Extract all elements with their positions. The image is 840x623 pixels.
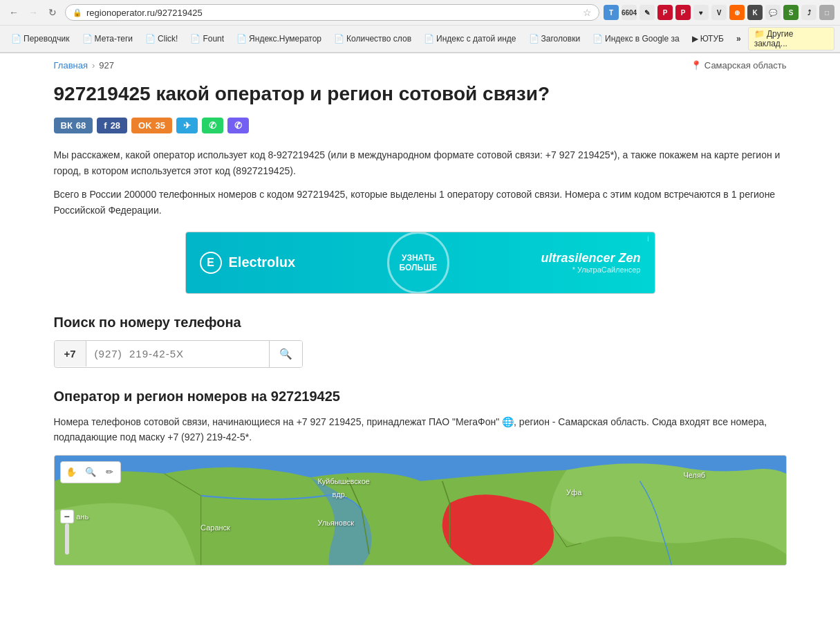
social-buttons-container: ВК 68 f 28 OK 35 ✈ ✆ ✆ bbox=[54, 118, 787, 133]
bookmark-wordcount[interactable]: 📄 Количество слов bbox=[328, 32, 417, 45]
bookmark-label: Количество слов bbox=[346, 34, 411, 44]
bookmarks-bar: 📄 Переводчик 📄 Мета-теги 📄 Click! 📄 Foun… bbox=[0, 26, 840, 53]
ok-icon: OK bbox=[138, 120, 152, 131]
breadcrumb-region: 📍 Самарская область bbox=[691, 60, 787, 71]
location-pin-icon: 📍 bbox=[691, 60, 702, 71]
bookmark-youtube[interactable]: ▶ ЮТУБ bbox=[687, 32, 729, 45]
page-title: 927219425 какой оператор и регион сотово… bbox=[54, 82, 787, 106]
fb-icon: f bbox=[104, 120, 106, 131]
url-text: regionoperator.ru/927219425 bbox=[86, 8, 579, 18]
browser-action-buttons: T 6604 ✎ P Р ♥ V ⊕ K 💬 S ⤴ □ bbox=[604, 5, 834, 20]
reload-button[interactable]: ↻ bbox=[44, 4, 61, 21]
ext-p2[interactable]: Р bbox=[675, 5, 691, 20]
bookmark-click[interactable]: 📄 Click! bbox=[140, 32, 183, 45]
bookmark-google-index[interactable]: 📄 Индекс в Google за bbox=[587, 32, 685, 45]
ext-last[interactable]: ⊕ bbox=[729, 5, 745, 20]
bookmark-icon: 📄 bbox=[334, 34, 344, 44]
bookmark-headers[interactable]: 📄 Заголовки bbox=[523, 32, 586, 45]
phone-search-input[interactable] bbox=[86, 341, 269, 366]
ad-brand-name: Electrolux bbox=[229, 254, 296, 270]
bookmark-icon: 📄 bbox=[592, 34, 603, 44]
nav-buttons: ← → ↻ bbox=[6, 4, 61, 21]
ok-count: 35 bbox=[156, 120, 165, 131]
bookmark-label: Заголовки bbox=[541, 34, 581, 44]
ad-logo: E Electrolux bbox=[200, 252, 296, 274]
bookmark-more-button[interactable]: » bbox=[731, 32, 747, 45]
social-tg-button[interactable]: ✈ bbox=[176, 118, 198, 133]
search-section-title: Поиск по номеру телефона bbox=[54, 315, 787, 331]
social-ok-button[interactable]: OK 35 bbox=[131, 118, 172, 133]
ext-p[interactable]: P bbox=[657, 5, 673, 20]
social-vi-button[interactable]: ✆ bbox=[227, 118, 249, 133]
map-zoom-minus-button[interactable]: − bbox=[60, 510, 74, 523]
social-fb-button[interactable]: f 28 bbox=[97, 118, 127, 133]
search-section: Поиск по номеру телефона +7 🔍 bbox=[54, 315, 787, 368]
breadcrumb-home-link[interactable]: Главная bbox=[54, 60, 88, 71]
map-draw-tool[interactable]: ✏ bbox=[102, 464, 118, 481]
social-wa-button[interactable]: ✆ bbox=[202, 118, 223, 133]
phone-search-box: +7 🔍 bbox=[54, 340, 303, 368]
vk-icon: ВК bbox=[61, 120, 73, 131]
back-button[interactable]: ← bbox=[6, 4, 22, 21]
wa-icon: ✆ bbox=[209, 120, 216, 131]
ext-pen[interactable]: ✎ bbox=[640, 5, 655, 20]
ext-s[interactable]: S bbox=[783, 5, 799, 20]
bookmark-star-icon[interactable]: ☆ bbox=[583, 7, 592, 18]
ext-gray[interactable]: □ bbox=[819, 5, 834, 20]
ad-cta-button[interactable]: УЗНАТЬ БОЛЬШЕ bbox=[387, 232, 449, 294]
map-zoom-track bbox=[65, 523, 69, 555]
bookmark-icon: 📄 bbox=[11, 34, 21, 44]
bookmark-icon: 📄 bbox=[190, 34, 200, 44]
ext-share[interactable]: ⤴ bbox=[801, 5, 816, 20]
ad-logo-circle: E bbox=[200, 252, 222, 274]
map-toolbar: ✋ 🔍 ✏ bbox=[60, 461, 121, 483]
bookmark-label: ЮТУБ bbox=[700, 34, 724, 44]
ext-6604[interactable]: 6604 bbox=[622, 5, 637, 20]
operator-section-title: Оператор и регион номеров на 927219425 bbox=[54, 389, 787, 405]
bookmark-icon: ▶ bbox=[692, 34, 698, 44]
ext-k[interactable]: K bbox=[747, 5, 763, 20]
browser-toolbar: ← → ↻ 🔒 regionoperator.ru/927219425 ☆ T … bbox=[0, 0, 840, 26]
map-zoom-tool[interactable]: 🔍 bbox=[82, 464, 99, 481]
ext-v[interactable]: V bbox=[711, 5, 727, 20]
bookmark-fount[interactable]: 📄 Fount bbox=[185, 32, 230, 45]
ad-badge: i bbox=[647, 235, 648, 243]
browser-chrome: ← → ↻ 🔒 regionoperator.ru/927219425 ☆ T … bbox=[0, 0, 840, 53]
ad-banner[interactable]: i E Electrolux УЗНАТЬ БОЛЬШЕ ultrasilenc… bbox=[185, 232, 655, 294]
bookmark-icon: 📄 bbox=[82, 34, 93, 44]
ext-heart[interactable]: ♥ bbox=[693, 5, 709, 20]
phone-search-button[interactable]: 🔍 bbox=[269, 341, 302, 367]
map-svg bbox=[55, 456, 786, 565]
bookmark-numerator[interactable]: 📄 Яндекс.Нумератор bbox=[231, 32, 327, 45]
social-vk-button[interactable]: ВК 68 bbox=[54, 118, 93, 133]
ext-msg[interactable]: 💬 bbox=[765, 5, 781, 20]
tg-icon: ✈ bbox=[183, 120, 191, 131]
address-bar[interactable]: 🔒 regionoperator.ru/927219425 ☆ bbox=[65, 4, 599, 21]
operator-section: Оператор и регион номеров на 927219425 Н… bbox=[54, 389, 787, 566]
bookmark-label: Click! bbox=[158, 34, 178, 44]
phone-prefix: +7 bbox=[55, 341, 86, 366]
bookmark-label: Fount bbox=[203, 34, 224, 44]
breadcrumb: Главная › 927 📍 Самарская область bbox=[54, 60, 787, 71]
bookmark-index-date[interactable]: 📄 Индекс с датой инде bbox=[418, 32, 521, 45]
forward-button[interactable]: → bbox=[25, 4, 41, 21]
map-container[interactable]: ✋ 🔍 ✏ − Куйбышевское вдр. Саранск Ульяно… bbox=[54, 455, 787, 566]
bookmark-label: Индекс с датой инде bbox=[436, 34, 516, 44]
breadcrumb-current: 927 bbox=[99, 60, 114, 71]
breadcrumb-left: Главная › 927 bbox=[54, 60, 115, 71]
fb-count: 28 bbox=[111, 120, 120, 131]
vk-count: 68 bbox=[76, 120, 86, 131]
map-pan-tool[interactable]: ✋ bbox=[63, 464, 80, 481]
bookmark-label: Мета-теги bbox=[95, 34, 133, 44]
bookmark-translator[interactable]: 📄 Переводчик bbox=[6, 32, 75, 45]
page-content: Главная › 927 📍 Самарская область 927219… bbox=[40, 53, 801, 586]
ad-main-tagline: ultrasilencer Zen bbox=[541, 251, 640, 266]
bookmark-metatags[interactable]: 📄 Мета-теги bbox=[77, 32, 139, 45]
bookmark-icon: 📄 bbox=[145, 34, 156, 44]
ext-translate[interactable]: T bbox=[604, 5, 619, 20]
ad-cta-line2: БОЛЬШЕ bbox=[399, 263, 437, 272]
bookmark-folder[interactable]: 📁 Другие заклад... bbox=[748, 27, 834, 50]
ad-sub-tagline: * УльтраСайленсер bbox=[541, 266, 640, 274]
description-paragraph-1: Мы расскажем, какой оператор использует … bbox=[54, 147, 787, 178]
bookmark-icon: 📄 bbox=[236, 34, 247, 44]
